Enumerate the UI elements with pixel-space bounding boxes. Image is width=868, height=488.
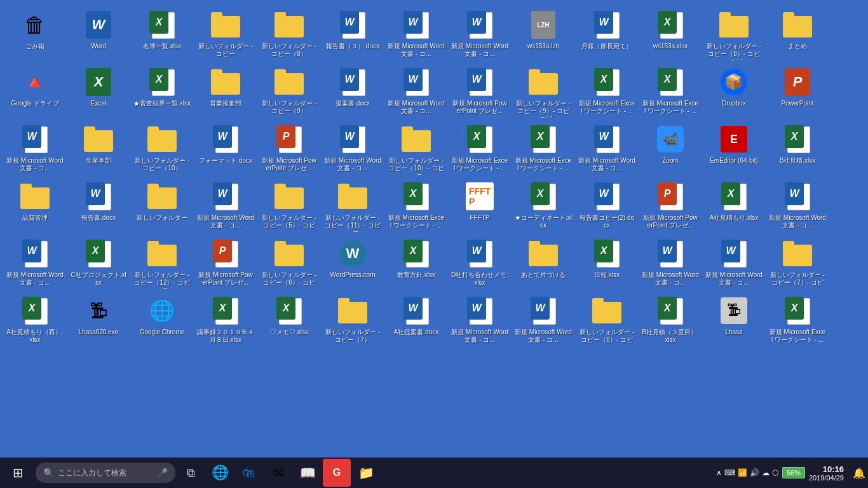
- desktop-icon-coordinate[interactable]: X ★コーディネート.xlsx: [512, 178, 575, 235]
- desktop-icon-asha-mitsumori2[interactable]: X A社見積もり（再）.xlsx: [3, 292, 67, 349]
- desktop-icon-new-excel4[interactable]: X 新規 Microsoft Excel ワークシート - ...: [384, 178, 448, 235]
- desktop-icon-new-folder8[interactable]: 新しいフォルダー: [130, 178, 194, 235]
- desktop-icon-new-word2[interactable]: W 新規 Microsoft Word 文書 - コ...: [448, 6, 512, 64]
- desktop-icon-folder9[interactable]: 新しいフォルダー - コピー（5）- コピー: [257, 178, 321, 235]
- desktop-icon-matome[interactable]: まとめ: [766, 6, 829, 64]
- desktop-icon-emeditor[interactable]: EEmEditor (64-bit): [702, 121, 766, 178]
- desktop-icon-dropbox[interactable]: 📦Dropbox: [702, 64, 766, 121]
- desktop-icon-ws153a-lzh[interactable]: LZHws153a.lzh: [512, 6, 575, 64]
- desktop-icon-new-ppt3[interactable]: P 新規 Microsoft PowerPoint プレゼ...: [194, 235, 257, 292]
- clock[interactable]: 10:16 2019/04/29: [809, 464, 844, 482]
- desktop-icon-hinshitsu[interactable]: 品質管理: [3, 178, 67, 235]
- desktop-icon-new-word12[interactable]: W 新規 Microsoft Word 文書 - コ...: [702, 235, 766, 292]
- desktop-icon-folder2[interactable]: 新しいフォルダー - コピー（8）: [257, 6, 321, 64]
- desktop-icon-new-word10[interactable]: W 新規 Microsoft Word 文書 - コ...: [3, 235, 67, 292]
- desktop-icon-asha-mitsumori[interactable]: X A社見積もり.xlsx: [702, 178, 766, 235]
- volume-icon[interactable]: 🔊: [750, 468, 759, 477]
- desktop-icon-new-excel-big[interactable]: X 新規 Microsoft Excel ワークシート - ...: [639, 64, 702, 121]
- desktop-icon-folder13[interactable]: 新しいフォルダー - コピー（7）- コピー: [766, 235, 829, 292]
- task-view-button[interactable]: ⧉: [178, 458, 203, 488]
- desktop-icon-new-word9[interactable]: W 新規 Microsoft Word 文書 - コ...: [766, 178, 829, 235]
- desktop-icon-gdrive[interactable]: 🔺Google ドライブ: [3, 64, 67, 121]
- desktop-icon-folder12[interactable]: 新しいフォルダー - コピー（6）- コピー: [257, 235, 321, 292]
- word-icon-img: W: [592, 181, 622, 212]
- desktop-icon-zoom[interactable]: 📹Zoom: [639, 121, 702, 178]
- desktop-icon-folder4[interactable]: 新しいフォルダー - コピー（9）: [257, 64, 321, 121]
- desktop-icon-chrome[interactable]: 🌐Google Chrome: [130, 292, 194, 349]
- desktop-icon-folder14[interactable]: 新しいフォルダー - コピー（7）: [321, 292, 384, 349]
- desktop-icon-new-word6[interactable]: W 新規 Microsoft Word 文書 - コ...: [321, 121, 384, 178]
- desktop-icon-eigyo[interactable]: 営業推進部: [194, 64, 257, 121]
- desktop-icon-new-word4[interactable]: W 新規 Microsoft PowerPoint プレゼ...: [448, 64, 512, 121]
- desktop-icon-seisan[interactable]: 生産本部: [67, 121, 130, 178]
- desktop-icon-bsha[interactable]: X B社見積.xlsx: [766, 121, 829, 178]
- desktop-icon-houkoku-copy[interactable]: W 報告書コピー(2).docx: [575, 178, 639, 235]
- desktop-icon-atode[interactable]: あとで片づける: [512, 235, 575, 292]
- taskbar-mail[interactable]: ✉: [264, 459, 292, 487]
- icon-label-new-folder8: 新しいフォルダー: [137, 214, 187, 222]
- search-box[interactable]: 🔍 ここに入力して検索 🎤: [36, 463, 175, 483]
- desktop-icon-new-word8[interactable]: W 新規 Microsoft Word 文書 - コ...: [194, 178, 257, 235]
- desktop-icon-folder15[interactable]: 新しいフォルダー - コピー（8）- コピー: [575, 292, 639, 349]
- start-button[interactable]: ⊞: [3, 458, 33, 488]
- taskbar-reader[interactable]: 📖: [294, 459, 322, 487]
- desktop-icon-memo[interactable]: X ♡メモ♡.xlsx: [257, 292, 321, 349]
- desktop-icon-new-word14[interactable]: W 新規 Microsoft Word 文書 - コ...: [512, 292, 575, 349]
- desktop-icon-excel-app[interactable]: XExcel: [67, 64, 130, 121]
- desktop-icon-nippou[interactable]: X 日報.xlsx: [575, 235, 639, 292]
- desktop-icon-teian[interactable]: W 提案書.docx: [321, 64, 384, 121]
- desktop-icon-new-excel3[interactable]: X 新規 Microsoft Excel ワークシート - ...: [512, 121, 575, 178]
- taskbar-store[interactable]: 🛍: [235, 459, 263, 487]
- desktop-icon-new-ppt2[interactable]: P 新規 Microsoft PowerPoint プレゼ...: [639, 178, 702, 235]
- taskbar-explorer[interactable]: 📁: [352, 459, 380, 487]
- desktop-icon-new-word7[interactable]: W 新規 Microsoft Word 文書 - コ...: [575, 121, 639, 178]
- desktop-icon-ffftp[interactable]: FFFTPFFFTP: [448, 178, 512, 235]
- desktop-icon-giji[interactable]: X 議事録２０１９年４月８日.xlsx: [194, 292, 257, 349]
- battery-indicator[interactable]: 56%: [782, 467, 805, 478]
- desktop-icon-folder7[interactable]: 新しいフォルダー - コピー（10）- コピー - コ...: [384, 121, 448, 178]
- desktop-icon-new-excel2[interactable]: X 新規 Microsoft Excel ワークシート - ...: [448, 121, 512, 178]
- desktop-icon-new-excel1[interactable]: X 新規 Microsoft Excel ワークシート - ...: [575, 64, 639, 121]
- desktop-icon-recycle[interactable]: 🗑ごみ箱: [3, 6, 67, 64]
- wifi-icon[interactable]: 📶: [738, 468, 747, 477]
- notification-icon[interactable]: 🔔: [853, 467, 865, 479]
- desktop-icon-wordpress[interactable]: WWordPress.com: [321, 235, 384, 292]
- desktop-icon-format[interactable]: W フォーマット.docx: [194, 121, 257, 178]
- desktop-icon-folder11[interactable]: 新しいフォルダー - コピー（12）- コピー - コ...: [130, 235, 194, 292]
- desktop-icon-geppou[interactable]: W 月報（部長宛て）: [575, 6, 639, 64]
- desktop-icon-dsha-memo[interactable]: W D社打ち合わせメモ.xlsx: [448, 235, 512, 292]
- taskbar-gaiji[interactable]: G: [323, 459, 351, 487]
- desktop-icon-folder1[interactable]: 新しいフォルダー - コピー: [194, 6, 257, 64]
- desktop-icon-lhasa[interactable]: 🗜Lhasa: [702, 292, 766, 349]
- desktop-icon-houkoku3[interactable]: W 報告書（３）.docx: [321, 6, 384, 64]
- desktop-icon-meisai[interactable]: X 名簿一覧.xlsx: [130, 6, 194, 64]
- desktop-icon-folder5[interactable]: 新しいフォルダー - コピー（9）- コピー - コピー: [512, 64, 575, 121]
- task-view-icon: ⧉: [187, 466, 195, 480]
- desktop-icon-kyouiku[interactable]: X 教育方針.xlsx: [384, 235, 448, 292]
- desktop-icon-new-word3[interactable]: W 新規 Microsoft Word 文書 - コ...: [384, 64, 448, 121]
- desktop-icon-lhasa020[interactable]: 🗜Lhasa020.exe: [67, 292, 130, 349]
- desktop-icon-gaishou[interactable]: X ★害査結果一覧.xlsx: [130, 64, 194, 121]
- icon-label-asha-mitsumori: A社見積もり.xlsx: [710, 214, 759, 222]
- desktop-icon-folder6[interactable]: 新しいフォルダー - コピー（10）: [130, 121, 194, 178]
- desktop-icon-ppt-app[interactable]: PPowerPoint: [766, 64, 829, 121]
- desktop-icon-csha[interactable]: X C社プロジェクト.xlsx: [67, 235, 130, 292]
- desktop-icon-asha-teian[interactable]: W A社提案書.docx: [384, 292, 448, 349]
- desktop-icon-new-excel5[interactable]: X 新規 Microsoft Excel ワークシート - ...: [766, 292, 829, 349]
- taskbar-edge[interactable]: 🌐: [206, 459, 234, 487]
- desktop-icon-bsha3[interactable]: X B社見積（３度目）.xlsx: [639, 292, 702, 349]
- mail-icon: ✉: [273, 465, 284, 480]
- desktop-icon-houkoku-docx[interactable]: W 報告書.docx: [67, 178, 130, 235]
- word-icon-img: W: [655, 238, 686, 269]
- desktop-icon-new-word11[interactable]: W 新規 Microsoft Word 文書 - コ...: [639, 235, 702, 292]
- desktop-icon-new-word1[interactable]: W 新規 Microsoft Word 文書 - コ...: [384, 6, 448, 64]
- desktop-icon-new-ppt1[interactable]: P 新規 Microsoft PowerPoint プレゼ...: [257, 121, 321, 178]
- desktop-icon-folder10[interactable]: 新しいフォルダー - コピー（11）- コピー - コ...: [321, 178, 384, 235]
- desktop-icon-new-word13[interactable]: W 新規 Microsoft Word 文書 - コ...: [448, 292, 512, 349]
- chevron-icon[interactable]: ∧: [716, 468, 722, 477]
- desktop-icon-word[interactable]: WWord: [67, 6, 130, 64]
- desktop-icon-ws153a[interactable]: X ws153a.xlsx: [639, 6, 702, 64]
- desktop-icon-folder3[interactable]: 新しいフォルダー - コピー（8）- コピー - コピー: [702, 6, 766, 64]
- desktop-icon-new-word5[interactable]: W 新規 Microsoft Word 文書 - コ...: [3, 121, 67, 178]
- folder-icon-img: [274, 238, 304, 269]
